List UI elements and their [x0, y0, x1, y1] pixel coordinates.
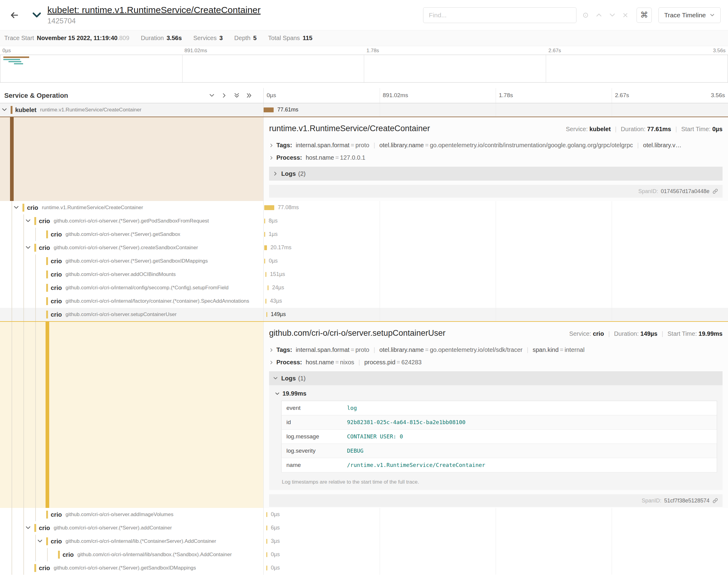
span-timeline-cell[interactable]: 24µs [264, 281, 728, 295]
operation-name: runtime.v1.RuntimeService/CreateContaine… [40, 107, 141, 113]
chevron-down-icon [31, 9, 42, 21]
span-bar[interactable] [266, 566, 267, 570]
span-bar[interactable] [264, 232, 265, 237]
span-timeline-cell[interactable]: 151µs [264, 268, 728, 281]
jaeger-trace-page: kubelet: runtime.v1.RuntimeService/Creat… [0, 0, 728, 575]
span-bar[interactable] [266, 512, 267, 517]
expand-all-icon[interactable] [246, 92, 253, 99]
collapse-one-icon[interactable] [209, 92, 215, 99]
span-row[interactable]: crio github.com/cri-o/cri-o/server.addIm… [0, 508, 728, 521]
separator: | [373, 346, 375, 353]
detail-meta-item: Start Time: 19.99ms [668, 330, 723, 337]
span-bar[interactable] [265, 299, 266, 304]
span-name-cell[interactable]: crio github.com/cri-o/cri-o/server.(*Ser… [0, 214, 264, 228]
separator: | [608, 330, 610, 337]
span-name-cell[interactable]: crio github.com/cri-o/cri-o/internal/lib… [0, 548, 264, 561]
find-input[interactable] [423, 7, 576, 23]
span-bar[interactable] [266, 552, 267, 557]
span-timeline-cell[interactable]: 0µs [264, 548, 728, 561]
span-row[interactable]: crio github.com/cri-o/cri-o/server.addOC… [0, 268, 728, 281]
span-name-cell[interactable]: crio github.com/cri-o/cri-o/server.(*Ser… [0, 228, 264, 241]
span-duration-label: 149µs [271, 311, 286, 317]
back-button[interactable] [7, 8, 21, 22]
summary-item: Services3 [194, 35, 223, 42]
span-bar[interactable] [264, 107, 274, 112]
detail-meta-item: Duration: 149µs [614, 330, 658, 337]
tags-accordion[interactable]: Tags:internal.span.format=proto|otel.lib… [269, 346, 723, 353]
span-name-cell[interactable]: crio github.com/cri-o/cri-o/server.(*Ser… [0, 241, 264, 255]
minimap[interactable] [0, 55, 728, 82]
span-row[interactable]: crio github.com/cri-o/cri-o/internal/lib… [0, 548, 728, 561]
span-name-cell[interactable]: crio github.com/cri-o/cri-o/internal/lib… [0, 535, 264, 548]
span-bar[interactable] [264, 205, 274, 210]
span-row[interactable]: crio github.com/cri-o/cri-o/server.setup… [0, 308, 728, 321]
span-bar[interactable] [264, 245, 267, 250]
span-name-cell[interactable]: crio github.com/cri-o/cri-o/server.addIm… [0, 508, 264, 521]
span-timeline-cell[interactable]: 20.17ms [264, 241, 728, 255]
copy-link-icon[interactable] [712, 498, 718, 504]
expand-one-icon[interactable] [221, 92, 228, 99]
span-timeline-cell[interactable]: 77.61ms [264, 103, 728, 116]
span-row[interactable]: crio github.com/cri-o/cri-o/internal/lib… [0, 535, 728, 548]
span-duration-label: 0µs [269, 258, 277, 264]
span-name-cell[interactable]: crio runtime.v1.RuntimeService/CreateCon… [0, 201, 264, 214]
span-timeline-cell[interactable]: 0µs [264, 561, 728, 575]
span-bar[interactable] [266, 539, 267, 544]
span-timeline-cell[interactable]: 149µs [264, 308, 728, 321]
span-name-cell[interactable]: kubelet runtime.v1.RuntimeService/Create… [0, 103, 264, 116]
span-name-cell[interactable]: crio github.com/cri-o/cri-o/server.addOC… [0, 268, 264, 281]
span-timeline-cell[interactable]: 77.08ms [264, 201, 728, 214]
span-name-cell[interactable]: crio github.com/cri-o/cri-o/internal/con… [0, 281, 264, 295]
span-bar[interactable] [268, 285, 268, 290]
log-entry-toggle[interactable]: 19.99ms [274, 388, 718, 400]
span-row[interactable]: crio github.com/cri-o/cri-o/internal/fac… [0, 295, 728, 308]
span-row[interactable]: crio github.com/cri-o/cri-o/server.(*Ser… [0, 214, 728, 228]
trace-title[interactable]: kubelet: runtime.v1.RuntimeService/Creat… [47, 5, 261, 15]
tags-accordion[interactable]: Tags:internal.span.format=proto|otel.lib… [269, 142, 723, 149]
span-timeline-cell[interactable]: 0µs [264, 508, 728, 521]
minimap-span [14, 63, 23, 64]
span-timeline-cell[interactable]: 8µs [264, 214, 728, 228]
locate-icon[interactable] [582, 11, 589, 19]
process-accordion[interactable]: Process:host.name=nixos|process.pid=6242… [269, 359, 723, 366]
service-name: crio [39, 244, 50, 251]
clear-search-icon[interactable] [622, 12, 629, 19]
span-name-cell[interactable]: crio github.com/cri-o/cri-o/server.(*Ser… [0, 255, 264, 268]
span-name-cell[interactable]: crio github.com/cri-o/cri-o/server.setup… [0, 308, 264, 321]
logs-accordion[interactable]: Logs(1) [269, 371, 723, 385]
span-row[interactable]: kubelet runtime.v1.RuntimeService/Create… [0, 103, 728, 116]
logs-accordion[interactable]: Logs(2) [269, 167, 723, 181]
span-bar[interactable] [264, 218, 265, 224]
span-bar[interactable] [266, 526, 267, 530]
span-row[interactable]: crio github.com/cri-o/cri-o/server.(*Ser… [0, 228, 728, 241]
span-row[interactable]: crio github.com/cri-o/cri-o/server.(*Ser… [0, 241, 728, 255]
span-name-cell[interactable]: crio github.com/cri-o/cri-o/server.(*Ser… [0, 521, 264, 535]
next-match-icon[interactable] [609, 11, 616, 19]
span-name-cell[interactable]: crio github.com/cri-o/cri-o/internal/fac… [0, 295, 264, 308]
selected-span-stripe [10, 117, 14, 201]
span-bar[interactable] [265, 272, 266, 277]
tag-item: otel.library.name=go.opentelemetry.io/ot… [379, 346, 522, 353]
span-row[interactable]: crio github.com/cri-o/cri-o/internal/con… [0, 281, 728, 295]
trace-header-collapse-button[interactable] [30, 8, 44, 22]
span-timeline-cell[interactable]: 0µs [264, 255, 728, 268]
keyboard-shortcuts-button[interactable]: ⌘ [637, 8, 652, 23]
collapse-all-icon[interactable] [234, 92, 240, 99]
span-timeline-cell[interactable]: 1µs [264, 228, 728, 241]
span-row[interactable]: crio github.com/cri-o/cri-o/server.(*Ser… [0, 255, 728, 268]
span-timeline-cell[interactable]: 6µs [264, 521, 728, 535]
span-bar[interactable] [264, 259, 265, 264]
process-accordion[interactable]: Process:host.name=127.0.0.1 [269, 154, 723, 161]
span-duration-label: 43µs [270, 298, 282, 304]
span-row[interactable]: crio github.com/cri-o/cri-o/server.(*Ser… [0, 561, 728, 575]
span-bar[interactable] [266, 312, 267, 317]
trace-view-dropdown[interactable]: Trace Timeline [658, 7, 721, 23]
span-timeline-cell[interactable]: 43µs [264, 295, 728, 308]
prev-match-icon[interactable] [595, 11, 602, 19]
span-row[interactable]: crio github.com/cri-o/cri-o/server.(*Ser… [0, 521, 728, 535]
copy-link-icon[interactable] [712, 188, 718, 194]
span-row[interactable]: crio runtime.v1.RuntimeService/CreateCon… [0, 201, 728, 214]
log-field-row: id92b82381-025c-4a64-815c-ba2e1bb08100 [282, 415, 717, 430]
span-name-cell[interactable]: crio github.com/cri-o/cri-o/server.(*Ser… [0, 561, 264, 575]
span-timeline-cell[interactable]: 3µs [264, 535, 728, 548]
